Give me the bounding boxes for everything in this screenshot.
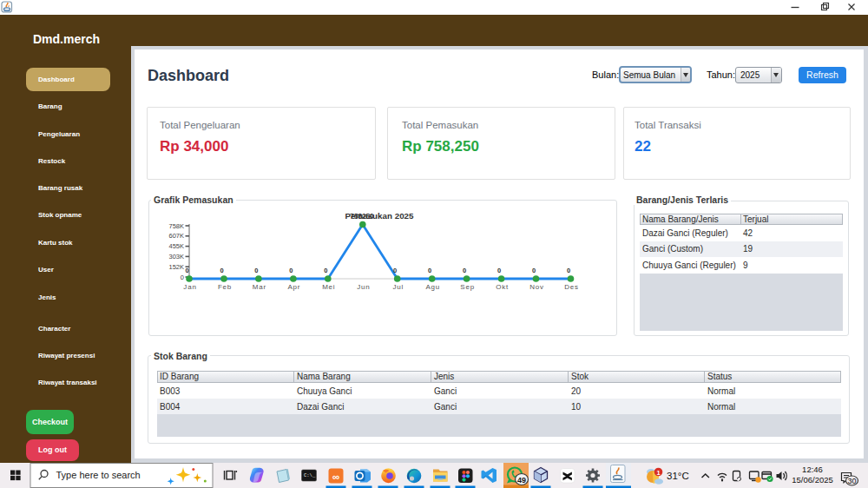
svg-text:0: 0 — [428, 267, 431, 274]
svg-text:12:46: 12:46 — [802, 465, 823, 474]
svg-text:31°C: 31°C — [667, 471, 689, 481]
svg-text:0: 0 — [393, 267, 397, 274]
svg-text:Nov: Nov — [529, 283, 544, 291]
svg-text:∞: ∞ — [332, 472, 339, 482]
svg-text:49: 49 — [517, 476, 526, 485]
svg-text:Mar: Mar — [253, 283, 266, 291]
svg-text:1: 1 — [656, 469, 660, 477]
svg-text:303K: 303K — [168, 253, 184, 260]
svg-text:Jul: Jul — [392, 283, 404, 291]
svg-text:0: 0 — [185, 267, 188, 274]
svg-text:0: 0 — [220, 267, 223, 274]
svg-text:0: 0 — [497, 267, 501, 274]
svg-text:152K: 152K — [168, 263, 184, 271]
svg-text:Agu: Agu — [425, 283, 440, 291]
svg-text:607K: 607K — [168, 232, 184, 240]
svg-text:0: 0 — [254, 267, 258, 274]
svg-text:Mei: Mei — [322, 283, 335, 291]
svg-text:Apr: Apr — [287, 283, 300, 291]
svg-text:Type here to search: Type here to search — [56, 470, 141, 480]
svg-text:30: 30 — [847, 477, 856, 485]
svg-text:Sep: Sep — [460, 283, 475, 291]
svg-text:0: 0 — [567, 267, 570, 274]
svg-text:Okt: Okt — [496, 283, 509, 291]
svg-text:455K: 455K — [168, 242, 184, 250]
svg-text:Jun: Jun — [357, 283, 370, 291]
svg-text:Jan: Jan — [183, 283, 196, 291]
svg-text:Feb: Feb — [218, 283, 232, 291]
svg-text:0: 0 — [532, 267, 536, 274]
svg-text:Des: Des — [564, 283, 579, 291]
svg-text:0: 0 — [181, 274, 184, 281]
svg-text:Pemasukan 2025: Pemasukan 2025 — [345, 211, 415, 221]
svg-text:758K: 758K — [168, 222, 184, 230]
svg-text:C:\_: C:\_ — [304, 472, 316, 478]
svg-text:15/06/2025: 15/06/2025 — [792, 475, 833, 485]
svg-text:0: 0 — [324, 267, 327, 274]
svg-text:0: 0 — [289, 267, 293, 274]
svg-text:0: 0 — [463, 267, 466, 274]
